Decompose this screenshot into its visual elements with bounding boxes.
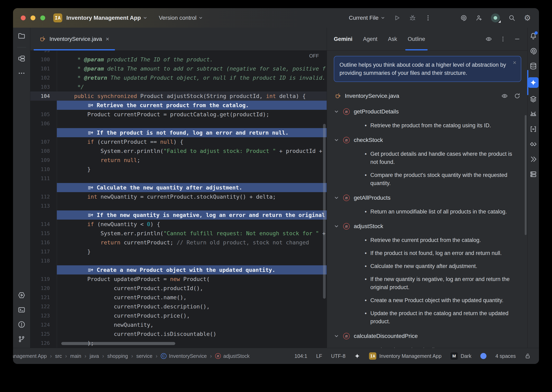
outline-bullet-item[interactable]: •Get product details and handle cases wh… <box>365 150 516 166</box>
code-line[interactable]: 124 newQuantity, <box>30 320 327 329</box>
code-line[interactable]: 112 int newQuantity = currentProduct.sto… <box>30 192 327 201</box>
ai-summary-bar[interactable]: If the product is not found, log an erro… <box>57 128 327 137</box>
close-info-icon[interactable]: × <box>513 60 516 66</box>
vertical-scrollbar[interactable] <box>323 124 326 299</box>
theme-selector[interactable]: M Dark <box>451 352 471 360</box>
debug-button[interactable] <box>409 14 416 21</box>
file-encoding[interactable]: UTF-8 <box>331 353 346 359</box>
eye-icon[interactable] <box>501 93 508 99</box>
code-line[interactable]: 103 */ <box>30 82 327 91</box>
project-folder-icon[interactable] <box>18 32 25 40</box>
status-project[interactable]: IA Inventory Management App <box>369 352 441 360</box>
project-selector[interactable]: Inventory Management App <box>66 15 147 21</box>
more-tool-windows-icon[interactable] <box>18 69 25 77</box>
database-tool-button[interactable] <box>529 62 537 70</box>
code-line[interactable]: 99 * <box>30 51 327 55</box>
code-line[interactable]: 101 * @param delta The amount to add or … <box>30 64 327 73</box>
hide-panel-icon[interactable] <box>514 36 520 42</box>
code-line[interactable]: 114 if (newQuantity < 0) { <box>30 220 327 229</box>
tab-inventoryservice-java[interactable]: InventoryService.java × <box>33 28 115 50</box>
code-line[interactable]: 102 * @return The updated Product object… <box>30 73 327 82</box>
breadcrumb-item[interactable]: CInventoryService <box>161 353 207 359</box>
layers-tool-button[interactable] <box>529 95 537 103</box>
code-line[interactable]: 118 <box>30 256 327 265</box>
panel-tab-gemini[interactable]: Gemini <box>334 28 352 50</box>
outline-bullet-item[interactable]: •If the product is not found, log an err… <box>365 249 516 257</box>
refresh-icon[interactable] <box>514 93 520 99</box>
outline-file-row[interactable]: InventoryService.java <box>335 91 520 101</box>
git-branch-icon[interactable] <box>18 335 25 343</box>
settings-gear-icon[interactable]: ⚙ <box>524 14 531 22</box>
outline-bullet-item[interactable]: •Calculate the new quantity after adjust… <box>365 262 516 270</box>
breadcrumb-item[interactable]: service <box>136 353 152 359</box>
status-color-dot[interactable] <box>480 353 487 359</box>
ai-summary-row[interactable]: If the new quantity is negative, log an … <box>30 210 327 220</box>
outline-method-row[interactable]: mgetProductDetails <box>334 107 521 117</box>
panel-tab-ask[interactable]: Ask <box>388 28 397 50</box>
code-line[interactable]: 127 <box>30 348 327 348</box>
minimize-window-button[interactable] <box>30 15 36 20</box>
breadcrumb-item[interactable]: madjustStock <box>215 353 250 359</box>
code-line[interactable]: 121 currentProduct.name(), <box>30 293 327 302</box>
gemini-tool-button[interactable] <box>528 77 538 88</box>
inlay-hints-tool-button[interactable] <box>529 125 537 133</box>
ai-assistant-tool-button[interactable] <box>529 47 537 55</box>
outline-bullet-item[interactable]: •Retrieve the product from the catalog u… <box>365 121 516 130</box>
vcs-menu[interactable]: Version control <box>159 15 203 21</box>
running-devices-tool-button[interactable] <box>529 170 537 178</box>
close-tab-icon[interactable]: × <box>106 36 109 42</box>
ai-summary-bar[interactable]: Retrieve the current product from the ca… <box>57 101 327 110</box>
code-line[interactable]: 113 <box>30 201 327 210</box>
search-everywhere-icon[interactable] <box>509 14 515 21</box>
code-line[interactable]: 125 currentProduct.isDiscountable() <box>30 329 327 338</box>
ai-summary-row[interactable]: Create a new Product object with the upd… <box>30 265 327 274</box>
panel-options-kebab-icon[interactable] <box>500 36 506 42</box>
problems-tool-window-icon[interactable] <box>18 321 25 328</box>
caret-position[interactable]: 104:1 <box>294 353 307 359</box>
outline-bullet-item[interactable]: •If the new quantity is negative, log an… <box>365 275 516 291</box>
terminal-tool-window-icon[interactable] <box>18 306 25 314</box>
run-button[interactable] <box>394 14 401 21</box>
run-tool-window-icon[interactable] <box>18 291 25 299</box>
ai-summary-row[interactable]: Retrieve the current product from the ca… <box>30 101 327 110</box>
breadcrumb-item[interactable]: java <box>90 353 99 359</box>
code-with-me-icon[interactable] <box>475 14 482 21</box>
zoom-window-button[interactable] <box>40 15 45 20</box>
code-line[interactable]: 110 } <box>30 165 327 174</box>
outline-bullet-item[interactable]: •Retrieve the current product from the c… <box>365 236 516 244</box>
outline-method-row[interactable]: mgetAllProducts <box>334 193 521 203</box>
avatar[interactable] <box>491 14 500 22</box>
outline-bullet-item[interactable]: •Compare the product's stock quantity wi… <box>365 171 516 187</box>
outline-method-row[interactable]: mcheckStock <box>334 135 521 145</box>
device-manager-tool-button[interactable] <box>529 110 537 118</box>
commit-tool-icon[interactable] <box>18 55 25 63</box>
more-actions-menu[interactable] <box>425 14 431 21</box>
code-line[interactable]: 104 public synchronized Product adjustSt… <box>30 91 327 101</box>
notifications-button[interactable] <box>529 32 537 40</box>
outline-bullet-item[interactable]: •Create a new Product object with the up… <box>365 296 516 304</box>
breadcrumb-item[interactable]: main <box>70 353 81 359</box>
indent-setting[interactable]: 4 spaces <box>495 353 516 359</box>
structure-tool-button[interactable] <box>529 140 537 148</box>
outline-method-row[interactable]: madjustStock <box>334 221 521 231</box>
code-editor[interactable]: OFF 99 *100 * @param productId The ID of… <box>30 51 327 348</box>
panel-tab-agent[interactable]: Agent <box>363 28 378 50</box>
code-line[interactable]: 109 return null; <box>30 155 327 165</box>
run-anything-tool-button[interactable] <box>529 155 537 163</box>
breadcrumb-item[interactable]: Inventory Management App <box>13 353 47 359</box>
code-line[interactable]: 100 * @param productId The ID of the pro… <box>30 55 327 64</box>
code-line[interactable]: 111 <box>30 174 327 183</box>
code-line[interactable]: 108 System.err.println("Failed to adjust… <box>30 146 327 155</box>
eye-icon[interactable] <box>485 36 492 42</box>
run-configuration-selector[interactable]: Current File <box>349 15 385 21</box>
breadcrumb-item[interactable]: src <box>55 353 62 359</box>
code-line[interactable]: 120 currentProduct.productId(), <box>30 284 327 293</box>
code-line[interactable]: 122 currentProduct.description(), <box>30 302 327 311</box>
code-line[interactable]: 117 } <box>30 247 327 256</box>
ai-summary-bar[interactable]: Create a new Product object with the upd… <box>57 265 327 274</box>
ai-assistant-icon[interactable] <box>460 14 467 21</box>
unlock-icon[interactable] <box>525 353 531 359</box>
line-ending[interactable]: LF <box>316 353 322 359</box>
close-window-button[interactable] <box>21 15 26 20</box>
code-line[interactable]: 105 Product currentProduct = productCata… <box>30 110 327 119</box>
